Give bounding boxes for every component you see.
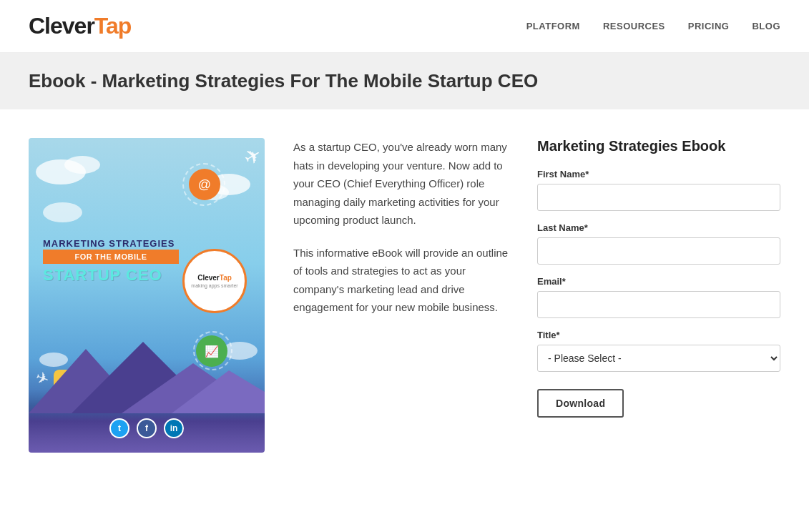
logo-tap-text: Tap	[94, 13, 132, 39]
download-button[interactable]: Download	[537, 389, 624, 418]
header: CleverTap PLATFORMRESOURCESPRICINGBLOG	[0, 0, 809, 53]
ebook-cover: @ 📈 🖼 ✈ ✈ MARKETING STRATEGIES FOR THE M…	[29, 138, 265, 453]
last-name-input[interactable]	[537, 237, 780, 265]
linkedin-icon: in	[164, 418, 184, 438]
nav-item-pricing[interactable]: PRICING	[688, 21, 730, 31]
cover-logo-clever: Clever	[197, 274, 220, 282]
cover-marketing-line: MARKETING STRATEGIES	[43, 238, 179, 250]
last-name-group: Last Name*	[537, 222, 780, 265]
logo: CleverTap	[29, 13, 131, 39]
last-name-label: Last Name*	[537, 222, 780, 233]
first-name-input[interactable]	[537, 184, 780, 211]
email-label: Email*	[537, 276, 780, 287]
cover-text-block: MARKETING STRATEGIES FOR THE MOBILE STAR…	[43, 238, 179, 284]
nav-item-platform[interactable]: PLATFORM	[526, 21, 580, 31]
cloud-5	[43, 202, 82, 222]
title-label: Title*	[537, 330, 780, 340]
cover-startup-ceo: STARTUP CEO	[43, 267, 179, 284]
email-input[interactable]	[537, 291, 780, 318]
cover-for-the-mobile: FOR THE MOBILE	[43, 250, 179, 264]
title-group: Title* - Please Select -CEOCTOCMOVP Mark…	[537, 330, 780, 372]
description-column: As a startup CEO, you've already worn ma…	[293, 138, 509, 453]
main-nav: PLATFORMRESOURCESPRICINGBLOG	[526, 21, 780, 31]
nav-item-resources[interactable]: RESOURCES	[603, 21, 665, 31]
first-name-label: First Name*	[537, 169, 780, 179]
twitter-icon: t	[109, 418, 129, 438]
form-column: Marketing Strategies Ebook First Name* L…	[537, 138, 780, 453]
description-para1: As a startup CEO, you've already worn ma…	[293, 138, 509, 230]
form-title: Marketing Strategies Ebook	[537, 138, 780, 154]
first-name-group: First Name*	[537, 169, 780, 211]
description-para2: This informative eBook will provide an o…	[293, 244, 509, 317]
nav-item-blog[interactable]: BLOG	[752, 21, 780, 31]
email-group: Email*	[537, 276, 780, 318]
paper-plane-top: ✈	[240, 142, 265, 171]
cover-logo-tap: Tap	[220, 274, 232, 282]
page-title-bar: Ebook - Marketing Strategies For The Mob…	[0, 53, 809, 109]
cloud-2	[64, 156, 100, 174]
facebook-icon: f	[137, 418, 157, 438]
page-title: Ebook - Marketing Strategies For The Mob…	[29, 70, 780, 92]
main-content: @ 📈 🖼 ✈ ✈ MARKETING STRATEGIES FOR THE M…	[0, 109, 809, 481]
mountain-svg	[29, 327, 265, 413]
cover-logo-sub: making apps smarter	[191, 283, 237, 288]
logo-clever-text: Clever	[29, 13, 94, 39]
cover-logo-circle: CleverTap making apps smarter	[182, 249, 247, 313]
cover-social-icons: t f in	[109, 418, 184, 438]
title-select[interactable]: - Please Select -CEOCTOCMOVP MarketingVP…	[537, 345, 780, 372]
at-icon-badge: @	[189, 169, 220, 200]
